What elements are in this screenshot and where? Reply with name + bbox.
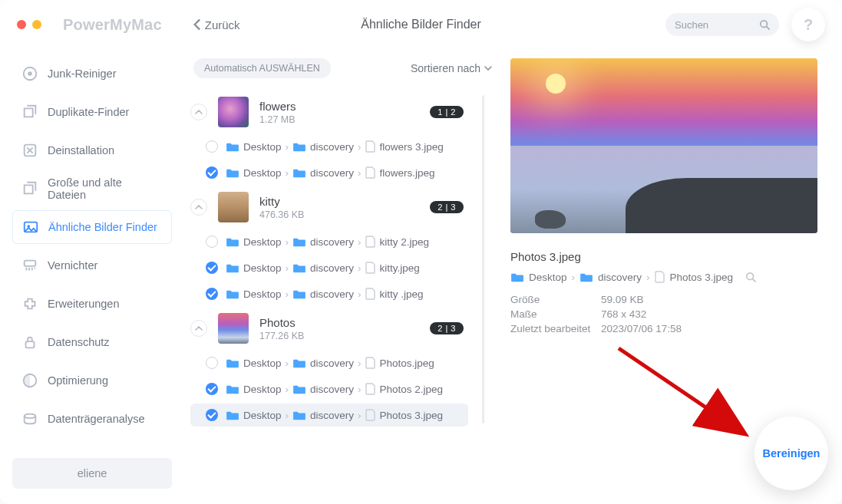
extensions-icon xyxy=(21,295,38,312)
sidebar-item-label: Datenträgeranalyse xyxy=(48,413,145,425)
file-row[interactable]: Desktop›discovery›Photos.jpeg xyxy=(190,351,468,374)
sort-button[interactable]: Sortieren nach xyxy=(411,62,492,74)
meta-size-key: Größe xyxy=(510,294,601,305)
minimize-dot[interactable] xyxy=(32,20,41,29)
chevron-up-icon[interactable] xyxy=(190,199,207,216)
clean-button[interactable]: Bereinigen xyxy=(754,417,828,490)
file-path: Desktop›discovery›Photos 3.jpeg xyxy=(226,409,443,421)
sidebar-item-uninstall[interactable]: Deinstallation xyxy=(12,133,172,167)
search-input[interactable]: Suchen xyxy=(665,13,779,36)
checkbox[interactable] xyxy=(206,236,218,248)
page-title: Ähnliche Bilder Finder xyxy=(361,18,481,31)
sidebar-item-disk[interactable]: Datenträgeranalyse xyxy=(12,402,172,436)
file-row[interactable]: Desktop›discovery›Photos 2.jpeg xyxy=(190,377,468,400)
file-path: Desktop›discovery›kitty.jpeg xyxy=(226,262,420,274)
traffic-lights xyxy=(17,20,41,29)
sidebar: Junk-ReinigerDuplikate-FinderDeinstallat… xyxy=(0,49,184,504)
results-pane: Automatisch AUSWÄHLEN Sortieren nach flo… xyxy=(184,49,510,504)
close-dot[interactable] xyxy=(17,20,26,29)
sidebar-item-label: Junk-Reiniger xyxy=(48,68,116,80)
chevron-up-icon[interactable] xyxy=(190,104,207,120)
svg-rect-7 xyxy=(25,261,36,266)
file-path: Desktop›discovery›flowers 3.jpeg xyxy=(226,140,444,153)
checkbox[interactable] xyxy=(206,262,218,274)
meta-dims-val: 768 x 432 xyxy=(601,308,821,320)
sidebar-item-label: Deinstallation xyxy=(48,144,114,156)
sidebar-item-label: Optimierung xyxy=(48,374,108,387)
sidebar-item-label: Ähnliche Bilder Finder xyxy=(48,221,157,233)
preview-filename: Photos 3.jpeg xyxy=(510,250,821,263)
sidebar-item-label: Duplikate-Finder xyxy=(48,106,129,118)
meta-modified-val: 2023/07/06 17:58 xyxy=(601,323,821,334)
checkbox[interactable] xyxy=(206,409,218,421)
group-size: 177.26 KB xyxy=(259,331,419,341)
group-thumbnail xyxy=(218,313,249,344)
checkbox[interactable] xyxy=(206,357,218,369)
search-icon[interactable] xyxy=(745,272,756,282)
svg-point-3 xyxy=(28,71,32,76)
file-path: Desktop›discovery›Photos.jpeg xyxy=(226,357,434,369)
sort-label: Sortieren nach xyxy=(411,62,480,74)
svg-rect-8 xyxy=(26,341,35,348)
group-badge: 2 | 3 xyxy=(430,201,464,213)
sidebar-item-label: Große und alte Dateien xyxy=(48,176,163,201)
sidebar-item-optimize[interactable]: Optimierung xyxy=(12,364,172,397)
app-brand: PowerMyMac xyxy=(63,16,162,34)
group-name: kitty xyxy=(259,195,419,208)
similar-icon xyxy=(22,219,39,236)
sidebar-item-similar[interactable]: Ähnliche Bilder Finder xyxy=(12,210,172,244)
file-row[interactable]: Desktop›discovery›flowers 3.jpeg xyxy=(190,135,468,158)
sidebar-item-large[interactable]: Große und alte Dateien xyxy=(12,172,172,206)
large-icon xyxy=(21,180,38,197)
sidebar-item-duplicate[interactable]: Duplikate-Finder xyxy=(12,95,172,129)
file-row[interactable]: Desktop›discovery›kitty .jpeg xyxy=(190,282,468,305)
file-row[interactable]: Desktop›discovery›flowers.jpeg xyxy=(190,161,468,184)
group-thumbnail xyxy=(218,192,249,222)
file-path: Desktop›discovery›flowers.jpeg xyxy=(226,166,435,179)
group-badge: 1 | 2 xyxy=(430,106,464,118)
back-label: Zurück xyxy=(205,18,240,31)
file-row[interactable]: Desktop›discovery›kitty.jpeg xyxy=(190,256,468,279)
svg-line-12 xyxy=(753,279,756,282)
search-placeholder: Suchen xyxy=(675,19,759,31)
sidebar-item-junk[interactable]: Junk-Reiniger xyxy=(12,57,172,91)
checkbox[interactable] xyxy=(206,140,218,153)
group-size: 1.27 MB xyxy=(259,114,419,125)
sidebar-item-label: Erweiterungen xyxy=(48,298,120,310)
file-row[interactable]: Desktop›discovery›kitty 2.jpeg xyxy=(190,230,468,253)
group-thumbnail xyxy=(218,97,249,127)
sidebar-item-privacy[interactable]: Datenschutz xyxy=(12,325,172,359)
uninstall-icon xyxy=(21,142,38,159)
group-header[interactable]: kitty476.36 KB2 | 3 xyxy=(190,187,468,227)
group-size: 476.36 KB xyxy=(259,209,419,220)
results-list[interactable]: flowers1.27 MB1 | 2Desktop›discovery›flo… xyxy=(190,92,471,427)
file-path: Desktop›discovery›kitty 2.jpeg xyxy=(226,236,429,248)
disk-icon xyxy=(21,410,38,427)
nav-list: Junk-ReinigerDuplikate-FinderDeinstallat… xyxy=(12,57,172,450)
group-header[interactable]: Photos177.26 KB2 | 3 xyxy=(190,308,468,348)
meta-modified-key: Zuletzt bearbeitet xyxy=(510,323,601,334)
results-toolbar: Automatisch AUSWÄHLEN Sortieren nach xyxy=(190,58,495,78)
auto-select-button[interactable]: Automatisch AUSWÄHLEN xyxy=(193,58,331,78)
main-area: Junk-ReinigerDuplikate-FinderDeinstallat… xyxy=(0,49,842,504)
meta-size-val: 59.09 KB xyxy=(601,294,821,305)
checkbox[interactable] xyxy=(206,288,218,300)
back-button[interactable]: Zurück xyxy=(193,18,240,31)
preview-meta: Größe 59.09 KB Maße 768 x 432 Zuletzt be… xyxy=(510,294,821,334)
search-icon xyxy=(759,19,770,30)
shredder-icon xyxy=(21,257,38,274)
preview-path: Desktop›discovery›Photos 3.jpeg xyxy=(510,271,821,283)
group-name: Photos xyxy=(259,316,419,329)
group-badge: 2 | 3 xyxy=(430,322,464,334)
sidebar-item-extensions[interactable]: Erweiterungen xyxy=(12,287,172,321)
checkbox[interactable] xyxy=(206,166,218,179)
chevron-up-icon[interactable] xyxy=(190,320,207,337)
group-header[interactable]: flowers1.27 MB1 | 2 xyxy=(190,92,468,132)
chevron-down-icon xyxy=(484,66,492,71)
file-row[interactable]: Desktop›discovery›Photos 3.jpeg xyxy=(190,404,468,427)
checkbox[interactable] xyxy=(206,383,218,395)
duplicate-icon xyxy=(21,104,38,120)
help-button[interactable]: ? xyxy=(791,8,825,41)
sidebar-item-shredder[interactable]: Vernichter xyxy=(12,249,172,282)
user-button[interactable]: eliene xyxy=(12,458,172,489)
